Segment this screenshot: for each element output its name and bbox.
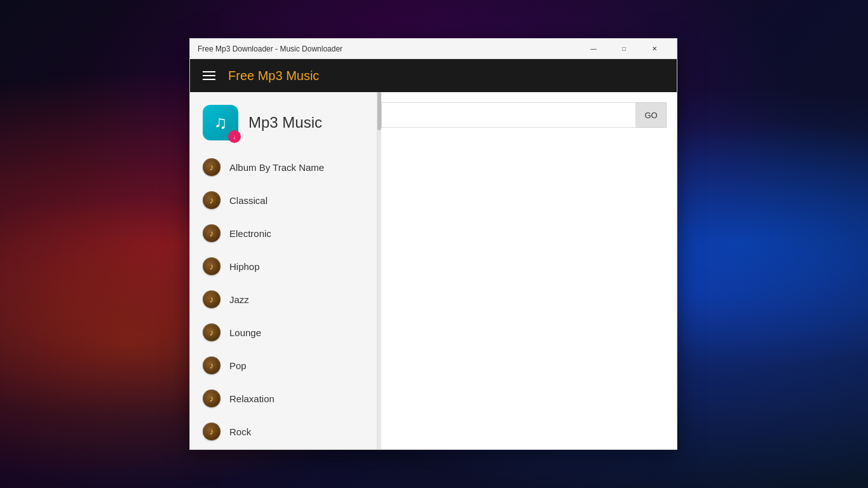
nav-icon-rock	[203, 423, 220, 440]
app-logo-area: ♫ ↓ Mp3 Music	[190, 92, 377, 151]
window-controls: — □ ✕	[579, 39, 669, 59]
hamburger-menu-button[interactable]	[200, 69, 218, 83]
nav-icon-jazz	[203, 290, 220, 308]
nav-item-electronic[interactable]: Electronic	[190, 217, 377, 250]
music-circle-icon	[203, 290, 220, 308]
close-button[interactable]: ✕	[640, 39, 669, 59]
music-circle-icon	[203, 191, 220, 209]
app-header: Free Mp3 Music	[190, 59, 677, 92]
nav-item-rock[interactable]: Rock	[190, 415, 377, 448]
nav-icon-lounge	[203, 323, 220, 341]
nav-icon-electronic	[203, 224, 220, 242]
search-input[interactable]	[381, 102, 636, 128]
content-area: GO	[381, 92, 677, 449]
music-circle-icon	[203, 224, 220, 242]
nav-label-relaxation: Relaxation	[229, 393, 275, 404]
nav-item-jazz[interactable]: Jazz	[190, 283, 377, 316]
maximize-button[interactable]: □	[609, 39, 639, 59]
nav-item-relaxation[interactable]: Relaxation	[190, 382, 377, 415]
go-button[interactable]: GO	[636, 102, 667, 128]
app-header-title: Free Mp3 Music	[228, 69, 319, 83]
download-badge-icon: ↓	[228, 130, 241, 143]
nav-icon-classical	[203, 191, 220, 209]
nav-item-classical[interactable]: Classical	[190, 184, 377, 217]
nav-item-pop[interactable]: Pop	[190, 349, 377, 382]
nav-icon-album-by-track-name	[203, 158, 220, 176]
music-note-icon: ♫	[214, 112, 227, 133]
music-circle-icon	[203, 423, 220, 440]
window-title: Free Mp3 Downloader - Music Downloader	[198, 44, 579, 53]
music-circle-icon	[203, 257, 220, 275]
music-circle-icon	[203, 356, 220, 374]
music-circle-icon	[203, 390, 220, 407]
app-window: Free Mp3 Downloader - Music Downloader —…	[189, 38, 677, 450]
nav-label-album-by-track-name: Album By Track Name	[229, 162, 324, 173]
nav-label-lounge: Lounge	[229, 327, 261, 338]
nav-label-classical: Classical	[229, 195, 268, 206]
music-circle-icon	[203, 158, 220, 176]
nav-icon-relaxation	[203, 390, 220, 407]
minimize-button[interactable]: —	[579, 39, 608, 59]
music-circle-icon	[203, 323, 220, 341]
nav-icon-pop	[203, 356, 220, 374]
nav-label-hiphop: Hiphop	[229, 261, 260, 272]
app-logo-title: Mp3 Music	[248, 114, 322, 132]
title-bar: Free Mp3 Downloader - Music Downloader —…	[190, 39, 677, 59]
nav-label-jazz: Jazz	[229, 294, 249, 305]
nav-icon-hiphop	[203, 257, 220, 275]
privacy-policy-link[interactable]: Privacy Policy	[190, 448, 377, 449]
scrollbar-thumb	[377, 92, 381, 130]
nav-label-pop: Pop	[229, 360, 247, 371]
nav-item-album-by-track-name[interactable]: Album By Track Name	[190, 151, 377, 184]
sidebar: ♫ ↓ Mp3 Music Album By Track NameClassic…	[190, 92, 377, 449]
app-logo-icon: ♫ ↓	[203, 105, 238, 140]
nav-label-rock: Rock	[229, 426, 251, 437]
search-area: GO	[381, 92, 677, 128]
nav-item-hiphop[interactable]: Hiphop	[190, 250, 377, 283]
nav-list: Album By Track NameClassicalElectronicHi…	[190, 151, 377, 448]
sidebar-scrollbar[interactable]	[377, 92, 381, 449]
nav-item-lounge[interactable]: Lounge	[190, 316, 377, 349]
nav-label-electronic: Electronic	[229, 228, 271, 239]
app-body: ♫ ↓ Mp3 Music Album By Track NameClassic…	[190, 92, 677, 449]
